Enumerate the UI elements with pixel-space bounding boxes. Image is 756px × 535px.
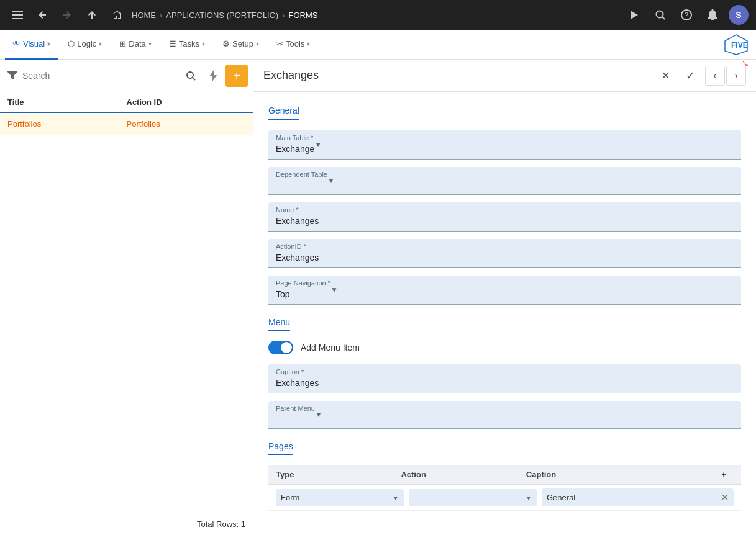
help-icon[interactable]: ?: [676, 5, 696, 25]
dependent-table-label: Dependent Table: [276, 171, 327, 178]
panel-title: Exchanges: [263, 69, 655, 82]
main-table-value: Exchange: [276, 143, 314, 155]
page-navigation-value: Top: [276, 288, 330, 300]
filter-icon: [5, 68, 20, 84]
pages-col-action-header: Action: [401, 470, 526, 479]
page-navigation-label: Page Navigation *: [276, 279, 330, 287]
action-select[interactable]: [409, 489, 537, 506]
toolbar: 👁 Visual ▾ ⬡ Logic ▾ ⊞ Data ▾ ☰ Tasks ▾ …: [0, 30, 756, 60]
right-panel: Exchanges ✕ ✓ ‹ › → General Main T: [253, 60, 756, 535]
add-button[interactable]: +: [225, 65, 248, 87]
svg-point-9: [187, 72, 193, 78]
list-footer: Total Rows: 1: [0, 513, 253, 535]
top-nav: HOME › APPLICATIONS (PORTFOLIO) › FORMS …: [0, 0, 756, 30]
tab-tools[interactable]: ✂ Tools ▾: [269, 30, 317, 60]
svg-rect-2: [12, 18, 23, 19]
eye-icon: 👁: [12, 39, 20, 48]
back-icon[interactable]: [32, 5, 52, 25]
name-label: Name *: [276, 206, 734, 214]
close-button[interactable]: ✕: [655, 66, 675, 86]
tasks-icon: ☰: [169, 39, 176, 48]
tab-tasks[interactable]: ☰ Tasks ▾: [162, 30, 212, 60]
pages-action-cell: [409, 489, 542, 506]
avatar[interactable]: S: [729, 5, 749, 25]
chevron-down-icon: ▾: [148, 40, 152, 47]
dropdown-arrow-icon[interactable]: ▼: [327, 176, 335, 185]
home-icon[interactable]: [107, 5, 127, 25]
section-menu-tab[interactable]: Menu: [268, 317, 290, 331]
nav-arrows: ‹ › →: [705, 66, 746, 86]
tab-visual[interactable]: 👁 Visual ▾: [5, 30, 58, 60]
panel-header: Exchanges ✕ ✓ ‹ › →: [253, 60, 756, 92]
menu-icon[interactable]: [7, 5, 27, 25]
caption-value[interactable]: Exchanges: [276, 377, 734, 389]
type-select-wrapper: Form: [276, 489, 404, 506]
actionid-label: ActionID *: [276, 243, 734, 250]
dropdown-arrow-icon[interactable]: ▼: [314, 140, 322, 149]
forward-icon[interactable]: [57, 5, 77, 25]
chevron-down-icon: ▾: [307, 40, 310, 47]
tab-data[interactable]: ⊞ Data ▾: [112, 30, 158, 60]
add-row-button[interactable]: +: [714, 470, 734, 479]
actionid-value[interactable]: Exchanges: [276, 251, 734, 264]
flash-icon[interactable]: [203, 66, 223, 86]
svg-point-3: [657, 11, 663, 18]
page-navigation-field: Page Navigation * Top ▼: [268, 276, 741, 305]
search-button[interactable]: [181, 66, 201, 86]
parent-menu-label: Parent Menu: [276, 405, 315, 412]
main-table-field: Main Table * Exchange ▼: [268, 130, 741, 160]
up-icon[interactable]: [82, 5, 102, 25]
svg-text:?: ?: [685, 11, 688, 19]
svg-text:FIVE: FIVE: [731, 41, 748, 50]
col-title-header: Title: [7, 97, 127, 107]
toggle-knob: [281, 342, 292, 353]
caption-input-wrapper: ✕: [542, 488, 734, 506]
add-menu-item-toggle-row: Add Menu Item: [268, 341, 741, 354]
pages-col-caption-header: Caption: [526, 470, 714, 479]
chevron-down-icon: ▾: [47, 40, 50, 47]
dropdown-arrow-icon[interactable]: ▼: [315, 410, 322, 419]
name-value[interactable]: Exchanges: [276, 215, 734, 227]
grid-icon: ⊞: [119, 39, 126, 48]
dropdown-arrow-icon[interactable]: ▼: [330, 285, 338, 294]
setup-icon: ⚙: [222, 39, 230, 48]
col-action-header: Action ID: [127, 97, 246, 107]
chevron-down-icon: ▾: [202, 40, 205, 47]
tab-logic[interactable]: ⬡ Logic ▾: [60, 30, 109, 60]
confirm-button[interactable]: ✓: [680, 66, 700, 86]
pages-col-type-header: Type: [276, 470, 401, 479]
logo: FIVE: [721, 32, 751, 57]
caption-input[interactable]: [547, 493, 719, 502]
chevron-down-icon: ▾: [256, 40, 259, 47]
breadcrumb: HOME › APPLICATIONS (PORTFOLIO) › FORMS: [132, 11, 619, 20]
section-pages-tab[interactable]: Pages: [268, 441, 293, 455]
type-select[interactable]: Form: [276, 489, 404, 506]
play-icon[interactable]: [624, 5, 644, 25]
next-arrow-button[interactable]: ›: [726, 66, 746, 86]
pages-type-cell: Form: [276, 489, 409, 506]
section-general-tab[interactable]: General: [268, 102, 299, 120]
name-field: Name * Exchanges: [268, 202, 741, 232]
tab-setup[interactable]: ⚙ Setup ▾: [215, 30, 266, 60]
svg-rect-1: [12, 14, 23, 16]
svg-line-10: [193, 78, 195, 80]
add-menu-item-toggle[interactable]: [268, 341, 293, 354]
tools-icon: ✂: [276, 39, 283, 48]
caption-label: Caption *: [276, 368, 734, 375]
notifications-icon[interactable]: [703, 5, 722, 25]
search-input[interactable]: [22, 71, 178, 81]
main-layout: + Title Action ID Portfolios Portfolios …: [0, 60, 756, 535]
logic-icon: ⬡: [68, 39, 75, 48]
search-global-icon[interactable]: [650, 5, 670, 25]
dependent-table-field: Dependent Table ▼: [268, 167, 741, 195]
pages-section: Pages Type Action Caption + Form: [268, 441, 741, 511]
list-header: Title Action ID: [0, 92, 253, 113]
main-table-label: Main Table *: [276, 134, 314, 142]
left-panel: + Title Action ID Portfolios Portfolios …: [0, 60, 253, 535]
list-item[interactable]: Portfolios Portfolios: [0, 113, 253, 135]
caption-clear-button[interactable]: ✕: [721, 492, 729, 502]
search-bar: +: [0, 60, 253, 92]
svg-line-4: [663, 17, 665, 20]
prev-arrow-button[interactable]: ‹: [705, 66, 725, 86]
top-nav-right: ? S: [624, 5, 749, 25]
